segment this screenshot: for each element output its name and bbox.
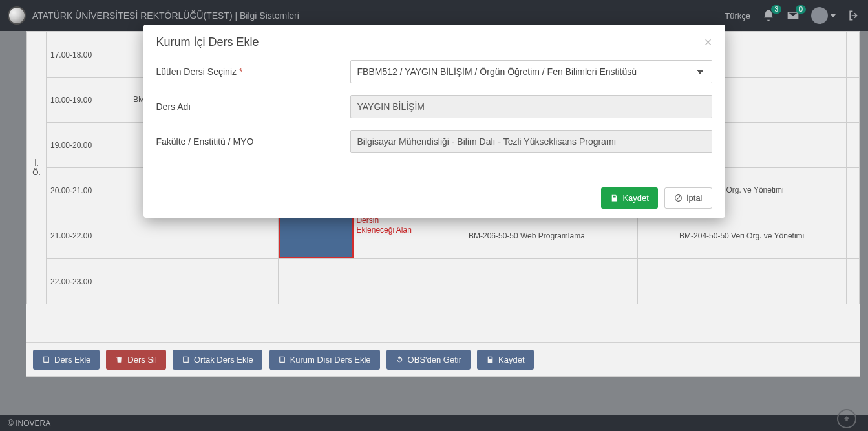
modal-header: Kurum İçi Ders Ekle ×	[143, 25, 725, 31]
add-course-modal: Kurum İçi Ders Ekle × Lütfen Dersi Seçin…	[143, 25, 725, 31]
modal-overlay: Kurum İçi Ders Ekle × Lütfen Dersi Seçin…	[0, 0, 868, 31]
